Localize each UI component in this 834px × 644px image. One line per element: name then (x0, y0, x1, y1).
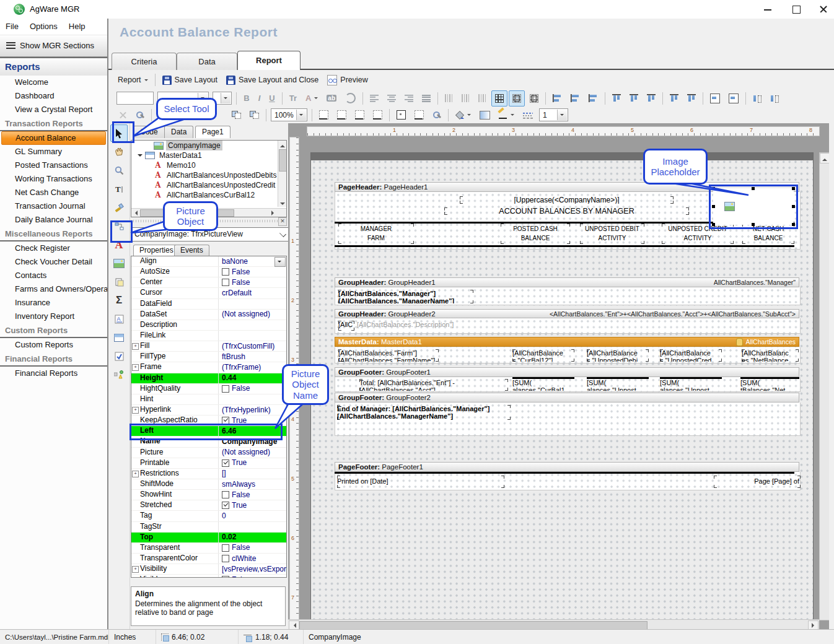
band-groupfooter2[interactable]: GroupFooter: GroupFooter2 (335, 393, 799, 402)
property-row-filelink[interactable]: FileLink (131, 331, 286, 341)
checkbox-object-tool-icon[interactable] (110, 347, 128, 365)
sidebar-item[interactable]: Inventory Report (0, 310, 107, 323)
property-row-dataset[interactable]: DataSet(Not assigned) (131, 310, 286, 320)
menu-options[interactable]: Options (24, 19, 63, 31)
valign-center-button[interactable] (458, 90, 473, 107)
printed-on-field[interactable]: Printed on [Date] (337, 476, 504, 488)
align-bottoms-button[interactable] (643, 90, 659, 107)
format-painter-tool-icon[interactable] (110, 199, 128, 216)
tab-report[interactable]: Report (237, 51, 301, 70)
property-row-transparent[interactable]: TransparentFalse (131, 543, 286, 554)
line-style-button[interactable] (519, 107, 537, 123)
sum-cell[interactable]: [SUM(alances."Unpost (587, 377, 649, 391)
sidebar-item[interactable]: Welcome (0, 76, 107, 89)
italic-button[interactable]: I (255, 90, 265, 107)
hand-tool-icon[interactable] (110, 143, 128, 160)
sum-object-tool-icon[interactable]: Σ (110, 292, 128, 309)
align-rights-button[interactable] (585, 90, 602, 107)
tree-item[interactable]: AMemo10 (131, 160, 286, 170)
text-background-button[interactable]: ab (323, 90, 340, 107)
design-page[interactable]: PageHeader: PageHeader1 [Uppercase(<Comp… (310, 152, 814, 620)
same-width-button[interactable] (749, 90, 765, 107)
select-tool-icon[interactable] (110, 124, 128, 142)
line-width-combo[interactable]: 1 (539, 108, 568, 121)
shape-object-tool-icon[interactable] (110, 366, 128, 383)
masterdata-cell[interactable]: [AllChartBalances."UnpostedDebi (587, 349, 649, 362)
tree-item[interactable]: AAllChartBalancesUnpostedDebits (131, 170, 286, 180)
align-tops-button[interactable] (608, 90, 625, 107)
property-row-tag[interactable]: Tag0 (131, 511, 286, 521)
property-row-align[interactable]: AlignbaNone (131, 256, 286, 267)
sidebar-item[interactable]: Contacts (0, 269, 107, 282)
band-groupfooter1[interactable]: GroupFooter: GroupFooter1 (335, 367, 799, 377)
property-row-frame[interactable]: +Frame(TfrxFrame) (131, 362, 286, 373)
picture-object-tool-icon[interactable] (110, 255, 128, 272)
masterdata-cell[interactable]: [AllChartBalances."NetBalance (742, 349, 799, 362)
text-object-tool-icon[interactable]: A (110, 236, 128, 253)
align-to-grid-button[interactable] (509, 90, 525, 107)
tab-events[interactable]: Events (174, 245, 209, 256)
frame-left-button[interactable] (351, 107, 368, 123)
tab-data[interactable]: Data (177, 53, 237, 70)
property-row-center[interactable]: CenterFalse (131, 277, 286, 288)
band-masterdata[interactable]: MasterData: MasterData1 AllChartBalances (335, 337, 799, 347)
column-caption[interactable]: UNPOSTED DEBITACTIVITY (580, 224, 644, 244)
align-lefts-button[interactable] (549, 90, 566, 107)
font-color-button[interactable]: A (302, 90, 322, 107)
canvas-hscrollbar[interactable] (288, 619, 819, 630)
checkbox-icon[interactable] (222, 576, 229, 578)
checkbox-icon[interactable] (222, 555, 229, 562)
sum-cell[interactable]: [SUM(tBalances."Net (740, 377, 799, 391)
expand-icon[interactable]: + (132, 471, 139, 477)
align-left-button[interactable] (366, 90, 382, 107)
align-centers-button[interactable] (567, 90, 584, 107)
property-row-fill[interactable]: +Fill(TfrxCustomFill) (131, 341, 286, 352)
property-row-cursor[interactable]: CursorcrDefault (131, 288, 286, 298)
column-caption[interactable]: UNPOSTED CREDITACTIVITY (662, 224, 734, 244)
column-caption[interactable]: NET CASHBALANCE (742, 224, 794, 244)
sidebar-item[interactable]: View a Crystal Report (0, 103, 107, 116)
masterdata-cell[interactable]: [AllChartBalances."CurBal12"] (512, 349, 574, 362)
show-grid-button[interactable] (491, 90, 507, 107)
checkbox-icon[interactable] (222, 491, 229, 498)
expand-icon[interactable]: + (132, 566, 139, 573)
tab-properties[interactable]: Properties (133, 245, 180, 256)
frame-right-button[interactable] (369, 107, 386, 123)
property-row-top[interactable]: Top0.02 (131, 533, 286, 543)
preview-button[interactable]: Preview (323, 72, 371, 88)
align-right-button[interactable] (401, 90, 417, 107)
column-caption[interactable]: POSTED CASHBALANCE (501, 224, 570, 244)
valign-bottom-button[interactable] (475, 90, 490, 107)
property-row-showhint[interactable]: ShowHintFalse (131, 490, 286, 500)
property-row-visible[interactable]: VisibleFalse (131, 575, 286, 578)
report-menu-button[interactable]: Report (114, 72, 152, 88)
sidebar-item[interactable]: Check Voucher Detail (0, 255, 107, 269)
sum-cell[interactable]: [SUM(alances."CurBal1 (512, 377, 574, 391)
close-inspector-icon[interactable]: ✕ (278, 217, 287, 226)
text-cursor-tool-icon[interactable]: T (110, 180, 128, 198)
checkbox-icon[interactable] (222, 459, 229, 467)
property-row-restrictions[interactable]: +Restrictions[] (131, 469, 286, 479)
close-button[interactable] (813, 0, 834, 17)
save-layout-button[interactable]: Save Layout (159, 72, 222, 88)
band-groupheader1[interactable]: GroupHeader: GroupHeader1 AllChartBalanc… (335, 277, 799, 287)
clipboard-tool-icon[interactable] (110, 273, 128, 290)
tree-expand-icon[interactable] (138, 154, 143, 159)
page-number-field[interactable]: Page [Page] of (714, 476, 801, 488)
font-style-button[interactable]: Tr (286, 90, 301, 107)
account-field[interactable]: [AllC (338, 321, 354, 331)
align-justify-button[interactable] (418, 90, 434, 107)
property-row-name[interactable]: NameCompanyImage (131, 437, 286, 447)
expand-icon[interactable]: + (132, 407, 139, 414)
property-row-height[interactable]: Height0.44 (131, 373, 286, 384)
sidebar-item[interactable]: Farms and Owners/Operators (0, 282, 107, 296)
property-row-filltype[interactable]: FillTypeftBrush (131, 352, 286, 362)
frame-bottom-button[interactable] (333, 107, 350, 123)
manager-field[interactable]: [AllChartBalances."Manager"][AllChartBal… (338, 290, 473, 303)
fill-style-button[interactable] (476, 107, 494, 123)
sidebar-item[interactable]: Custom Reports (0, 338, 107, 352)
property-row-visibility[interactable]: +Visibility[vsPreview,vsExport,vsPr (131, 564, 286, 575)
masterdata-cell[interactable]: [AllChartBalances."UnpostedCred (660, 349, 722, 362)
checkbox-icon[interactable] (222, 279, 229, 286)
band-object-tool-icon[interactable] (110, 329, 128, 346)
